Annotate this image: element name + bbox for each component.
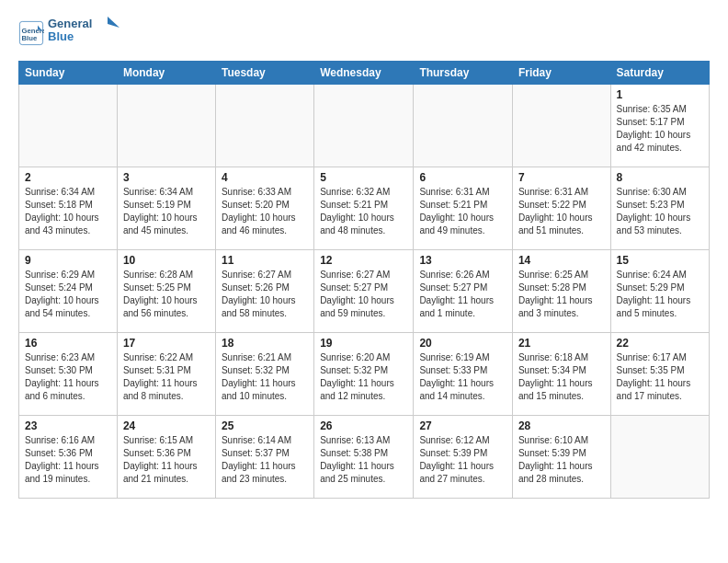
- calendar-cell: 5Sunrise: 6:32 AM Sunset: 5:21 PM Daylig…: [314, 167, 414, 250]
- day-info: Sunrise: 6:27 AM Sunset: 5:27 PM Dayligh…: [320, 269, 407, 320]
- svg-text:General: General: [22, 27, 45, 35]
- day-info: Sunrise: 6:16 AM Sunset: 5:36 PM Dayligh…: [25, 434, 111, 486]
- day-number: 2: [25, 171, 111, 184]
- calendar-cell: 19Sunrise: 6:20 AM Sunset: 5:32 PM Dayli…: [314, 333, 414, 416]
- logo-text: General Blue: [48, 15, 121, 52]
- day-info: Sunrise: 6:34 AM Sunset: 5:19 PM Dayligh…: [123, 186, 210, 237]
- day-number: 11: [222, 254, 308, 267]
- day-info: Sunrise: 6:20 AM Sunset: 5:32 PM Dayligh…: [320, 351, 407, 403]
- calendar-cell: 25Sunrise: 6:14 AM Sunset: 5:37 PM Dayli…: [215, 416, 313, 499]
- day-number: 3: [123, 171, 210, 184]
- day-number: 16: [25, 337, 111, 350]
- day-info: Sunrise: 6:25 AM Sunset: 5:28 PM Dayligh…: [518, 269, 605, 320]
- calendar-table: SundayMondayTuesdayWednesdayThursdayFrid…: [18, 61, 710, 499]
- logo: General Blue General Blue: [18, 15, 121, 52]
- header: General Blue General Blue: [18, 15, 710, 52]
- day-number: 15: [617, 254, 703, 267]
- logo-svg: General Blue: [48, 15, 121, 48]
- weekday-header-wednesday: Wednesday: [314, 62, 414, 85]
- day-info: Sunrise: 6:22 AM Sunset: 5:31 PM Dayligh…: [123, 351, 210, 403]
- day-info: Sunrise: 6:10 AM Sunset: 5:39 PM Dayligh…: [518, 434, 605, 486]
- calendar-cell: 17Sunrise: 6:22 AM Sunset: 5:31 PM Dayli…: [117, 333, 215, 416]
- calendar-cell: 11Sunrise: 6:27 AM Sunset: 5:26 PM Dayli…: [215, 250, 313, 333]
- calendar-cell: 23Sunrise: 6:16 AM Sunset: 5:36 PM Dayli…: [19, 416, 118, 499]
- calendar-cell: 14Sunrise: 6:25 AM Sunset: 5:28 PM Dayli…: [512, 250, 610, 333]
- day-number: 24: [123, 419, 210, 432]
- page: General Blue General Blue SundayMondayTu…: [0, 0, 728, 513]
- calendar-week-2: 9Sunrise: 6:29 AM Sunset: 5:24 PM Daylig…: [19, 250, 710, 333]
- day-number: 9: [25, 254, 111, 267]
- calendar-cell: 3Sunrise: 6:34 AM Sunset: 5:19 PM Daylig…: [117, 167, 215, 250]
- day-info: Sunrise: 6:28 AM Sunset: 5:25 PM Dayligh…: [123, 269, 210, 320]
- calendar-cell: 10Sunrise: 6:28 AM Sunset: 5:25 PM Dayli…: [117, 250, 215, 333]
- svg-text:General: General: [48, 17, 92, 30]
- day-info: Sunrise: 6:31 AM Sunset: 5:22 PM Dayligh…: [518, 186, 605, 237]
- calendar-week-4: 23Sunrise: 6:16 AM Sunset: 5:36 PM Dayli…: [19, 416, 710, 499]
- calendar-cell: [314, 85, 414, 167]
- day-number: 19: [320, 337, 407, 350]
- day-info: Sunrise: 6:23 AM Sunset: 5:30 PM Dayligh…: [25, 351, 111, 403]
- day-number: 13: [419, 254, 506, 267]
- calendar-cell: [512, 85, 610, 167]
- calendar-cell: 7Sunrise: 6:31 AM Sunset: 5:22 PM Daylig…: [512, 167, 610, 250]
- weekday-header-friday: Friday: [512, 62, 610, 85]
- day-info: Sunrise: 6:31 AM Sunset: 5:21 PM Dayligh…: [419, 186, 506, 237]
- day-number: 12: [320, 254, 407, 267]
- weekday-header-tuesday: Tuesday: [215, 62, 313, 85]
- calendar-cell: 24Sunrise: 6:15 AM Sunset: 5:36 PM Dayli…: [117, 416, 215, 499]
- day-number: 26: [320, 419, 407, 432]
- weekday-header-row: SundayMondayTuesdayWednesdayThursdayFrid…: [19, 62, 710, 85]
- calendar-cell: 13Sunrise: 6:26 AM Sunset: 5:27 PM Dayli…: [414, 250, 513, 333]
- day-info: Sunrise: 6:19 AM Sunset: 5:33 PM Dayligh…: [419, 351, 506, 403]
- day-info: Sunrise: 6:24 AM Sunset: 5:29 PM Dayligh…: [617, 269, 703, 320]
- calendar-cell: 27Sunrise: 6:12 AM Sunset: 5:39 PM Dayli…: [414, 416, 513, 499]
- day-info: Sunrise: 6:18 AM Sunset: 5:34 PM Dayligh…: [518, 351, 605, 403]
- day-number: 27: [419, 419, 506, 432]
- calendar-cell: [414, 85, 513, 167]
- day-number: 4: [222, 171, 308, 184]
- day-info: Sunrise: 6:15 AM Sunset: 5:36 PM Dayligh…: [123, 434, 210, 486]
- calendar-cell: [610, 416, 709, 499]
- calendar-cell: 8Sunrise: 6:30 AM Sunset: 5:23 PM Daylig…: [610, 167, 709, 250]
- calendar-cell: 9Sunrise: 6:29 AM Sunset: 5:24 PM Daylig…: [19, 250, 118, 333]
- calendar-cell: 2Sunrise: 6:34 AM Sunset: 5:18 PM Daylig…: [19, 167, 118, 250]
- day-number: 7: [518, 171, 605, 184]
- calendar-week-0: 1Sunrise: 6:35 AM Sunset: 5:17 PM Daylig…: [19, 85, 710, 167]
- day-number: 21: [518, 337, 605, 350]
- day-info: Sunrise: 6:17 AM Sunset: 5:35 PM Dayligh…: [617, 351, 703, 403]
- day-info: Sunrise: 6:35 AM Sunset: 5:17 PM Dayligh…: [617, 103, 703, 155]
- calendar-cell: 16Sunrise: 6:23 AM Sunset: 5:30 PM Dayli…: [19, 333, 118, 416]
- day-info: Sunrise: 6:29 AM Sunset: 5:24 PM Dayligh…: [25, 269, 111, 320]
- day-info: Sunrise: 6:27 AM Sunset: 5:26 PM Dayligh…: [222, 269, 308, 320]
- day-info: Sunrise: 6:32 AM Sunset: 5:21 PM Dayligh…: [320, 186, 407, 237]
- day-info: Sunrise: 6:26 AM Sunset: 5:27 PM Dayligh…: [419, 269, 506, 320]
- day-number: 8: [617, 171, 703, 184]
- calendar-cell: 28Sunrise: 6:10 AM Sunset: 5:39 PM Dayli…: [512, 416, 610, 499]
- calendar-cell: [117, 85, 215, 167]
- calendar-cell: 18Sunrise: 6:21 AM Sunset: 5:32 PM Dayli…: [215, 333, 313, 416]
- calendar-cell: 15Sunrise: 6:24 AM Sunset: 5:29 PM Dayli…: [610, 250, 709, 333]
- day-number: 6: [419, 171, 506, 184]
- day-info: Sunrise: 6:34 AM Sunset: 5:18 PM Dayligh…: [25, 186, 111, 237]
- day-info: Sunrise: 6:13 AM Sunset: 5:38 PM Dayligh…: [320, 434, 407, 486]
- day-info: Sunrise: 6:14 AM Sunset: 5:37 PM Dayligh…: [222, 434, 308, 486]
- calendar-cell: 6Sunrise: 6:31 AM Sunset: 5:21 PM Daylig…: [414, 167, 513, 250]
- day-number: 17: [123, 337, 210, 350]
- calendar-cell: 21Sunrise: 6:18 AM Sunset: 5:34 PM Dayli…: [512, 333, 610, 416]
- day-number: 23: [25, 419, 111, 432]
- svg-text:Blue: Blue: [48, 29, 74, 43]
- svg-marker-5: [108, 17, 119, 28]
- calendar-week-1: 2Sunrise: 6:34 AM Sunset: 5:18 PM Daylig…: [19, 167, 710, 250]
- day-number: 1: [617, 88, 703, 101]
- day-info: Sunrise: 6:33 AM Sunset: 5:20 PM Dayligh…: [222, 186, 308, 237]
- svg-text:Blue: Blue: [22, 34, 38, 42]
- day-number: 25: [222, 419, 308, 432]
- calendar-cell: 26Sunrise: 6:13 AM Sunset: 5:38 PM Dayli…: [314, 416, 414, 499]
- day-info: Sunrise: 6:21 AM Sunset: 5:32 PM Dayligh…: [222, 351, 308, 403]
- day-number: 5: [320, 171, 407, 184]
- day-number: 10: [123, 254, 210, 267]
- day-number: 18: [222, 337, 308, 350]
- day-info: Sunrise: 6:12 AM Sunset: 5:39 PM Dayligh…: [419, 434, 506, 486]
- day-number: 22: [617, 337, 703, 350]
- calendar-cell: 12Sunrise: 6:27 AM Sunset: 5:27 PM Dayli…: [314, 250, 414, 333]
